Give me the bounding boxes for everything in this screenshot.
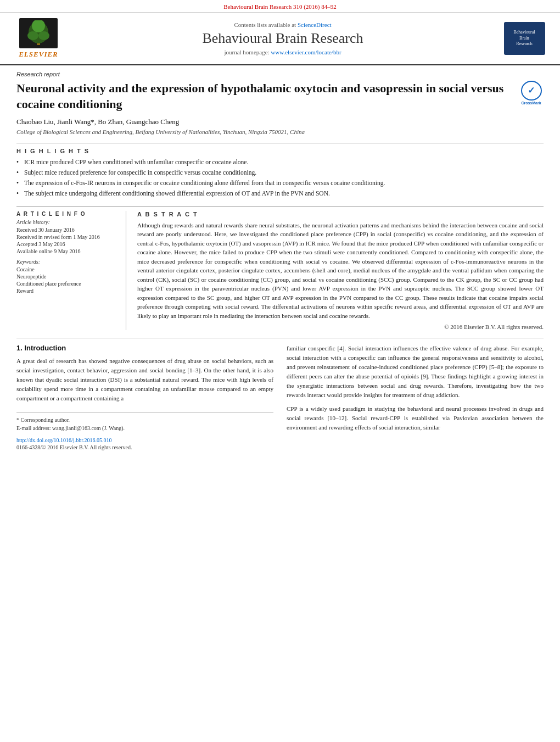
brain-logo-image: BehaviouralBrainResearch bbox=[504, 22, 545, 55]
authors: Chaobao Liu, Jianli Wang*, Bo Zhan, Guan… bbox=[16, 118, 544, 126]
intro-paragraph-right-2: CPP is a widely used paradigm in studyin… bbox=[287, 404, 544, 432]
keyword-cocaine: Cocaine bbox=[16, 266, 118, 272]
keywords-label: Keywords: bbox=[16, 259, 118, 265]
crossmark-circle: ✓ bbox=[521, 81, 542, 101]
intro-right-col: familiar conspecific [4]. Social interac… bbox=[287, 344, 544, 450]
elsevier-logo: ELSEVIER bbox=[11, 18, 66, 59]
journal-title: Behavioural Brain Research bbox=[66, 30, 500, 47]
highlight-item: ICR mice produced CPP when conditioned w… bbox=[16, 158, 544, 166]
introduction-section: 1. Introduction A great deal of research… bbox=[16, 338, 544, 450]
brain-research-logo: BehaviouralBrainResearch bbox=[500, 22, 549, 55]
intro-paragraph-1: A great deal of research has showed nega… bbox=[16, 356, 273, 403]
keywords-section: Keywords: Cocaine Neuropeptide Condition… bbox=[16, 259, 118, 294]
intro-left-col: 1. Introduction A great deal of research… bbox=[16, 344, 273, 450]
affiliation: College of Biological Sciences and Engin… bbox=[16, 129, 544, 135]
abstract-section: A B S T R A C T Although drug rewards an… bbox=[137, 211, 544, 331]
elsevier-tree-icon bbox=[19, 18, 58, 48]
contents-line: Contents lists available at ScienceDirec… bbox=[66, 21, 500, 28]
footnote-corresponding: * Corresponding author. bbox=[16, 416, 273, 424]
highlights-heading: H I G H L I G H T S bbox=[16, 148, 544, 154]
highlight-item: The subject mice undergoing different co… bbox=[16, 189, 544, 198]
doi-section: http://dx.doi.org/10.1016/j.bbr.2016.05.… bbox=[16, 436, 273, 444]
divider-1 bbox=[16, 143, 544, 143]
highlights-list: ICR mice produced CPP when conditioned w… bbox=[16, 158, 544, 198]
crossmark-badge: ✓ CrossMark bbox=[519, 81, 544, 105]
article-info-abstract: A R T I C L E I N F O Article history: R… bbox=[16, 211, 544, 331]
journal-homepage: journal homepage: www.elsevier.com/locat… bbox=[66, 49, 500, 55]
received-date: Received 30 January 2016 bbox=[16, 227, 118, 233]
abstract-text: Although drug rewards and natural reward… bbox=[137, 221, 544, 321]
crossmark-icon: ✓ bbox=[528, 85, 535, 97]
sciencedirect-link[interactable]: ScienceDirect bbox=[298, 21, 332, 28]
footnote-email: E-mail address: wang.jianli@163.com (J. … bbox=[16, 424, 273, 432]
journal-title-area: Contents lists available at ScienceDirec… bbox=[66, 21, 500, 55]
keyword-reward: Reward bbox=[16, 288, 118, 294]
intro-two-col: 1. Introduction A great deal of research… bbox=[16, 344, 544, 450]
highlights-section: H I G H L I G H T S ICR mice produced CP… bbox=[16, 148, 544, 198]
main-content: Research report Neuronal activity and th… bbox=[0, 65, 560, 456]
keyword-neuropeptide: Neuropeptide bbox=[16, 274, 118, 280]
journal-header: ELSEVIER Contents lists available at Sci… bbox=[0, 13, 560, 65]
paper-title: Neuronal activity and the expression of … bbox=[16, 81, 544, 112]
svg-point-2 bbox=[27, 31, 38, 40]
article-history-label: Article history: bbox=[16, 219, 118, 225]
doi-link[interactable]: http://dx.doi.org/10.1016/j.bbr.2016.05.… bbox=[16, 437, 111, 443]
received-revised-date: Received in revised form 1 May 2016 bbox=[16, 234, 118, 240]
intro-paragraph-right-1: familiar conspecific [4]. Social interac… bbox=[287, 344, 544, 400]
highlight-item: The expression of c-Fos-IR neurons in co… bbox=[16, 178, 544, 187]
journal-reference: Behavioural Brain Research 310 (2016) 84… bbox=[0, 0, 560, 13]
intro-heading: 1. Introduction bbox=[16, 344, 273, 352]
abstract-heading: A B S T R A C T bbox=[137, 211, 544, 217]
copyright-line: © 2016 Elsevier B.V. All rights reserved… bbox=[137, 323, 544, 330]
elsevier-text: ELSEVIER bbox=[19, 50, 58, 59]
keyword-cpp: Conditioned place preference bbox=[16, 281, 118, 287]
article-info: A R T I C L E I N F O Article history: R… bbox=[16, 211, 126, 331]
issn-text: 0166-4328/© 2016 Elsevier B.V. All right… bbox=[16, 444, 273, 450]
divider-2 bbox=[16, 206, 544, 207]
footnote-section: * Corresponding author. E-mail address: … bbox=[16, 412, 273, 450]
available-date: Available online 9 May 2016 bbox=[16, 248, 118, 254]
svg-point-3 bbox=[38, 31, 49, 40]
highlight-item: Subject mice reduced preference for cons… bbox=[16, 168, 544, 177]
crossmark-text: CrossMark bbox=[521, 101, 541, 105]
section-label: Research report bbox=[16, 71, 544, 77]
accepted-date: Accepted 3 May 2016 bbox=[16, 241, 118, 247]
homepage-link[interactable]: www.elsevier.com/locate/bbr bbox=[271, 49, 341, 55]
article-info-heading: A R T I C L E I N F O bbox=[16, 211, 118, 217]
